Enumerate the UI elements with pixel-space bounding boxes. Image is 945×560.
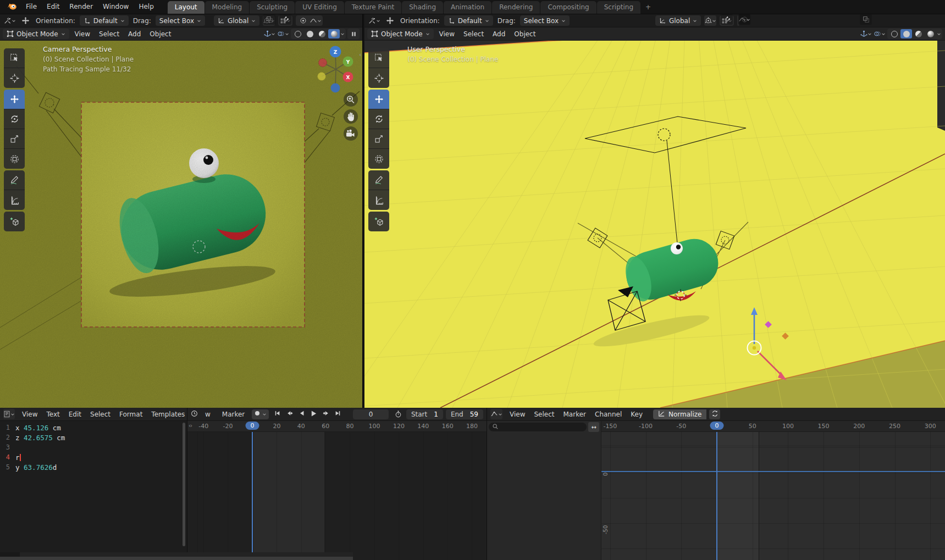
select-box-tool[interactable] bbox=[368, 48, 389, 68]
tab-shading[interactable]: Shading bbox=[402, 1, 443, 14]
current-frame-field[interactable]: 0 bbox=[353, 409, 388, 419]
menu-select[interactable]: Select bbox=[86, 411, 115, 418]
tab-scripting[interactable]: Scripting bbox=[597, 1, 640, 14]
select-box-tool[interactable] bbox=[4, 48, 25, 68]
tab-compositing[interactable]: Compositing bbox=[540, 1, 596, 14]
xray-toggle[interactable] bbox=[860, 14, 872, 25]
menu-help[interactable]: Help bbox=[134, 0, 158, 14]
falloff-dropdown[interactable] bbox=[738, 14, 750, 25]
scale-tool[interactable] bbox=[4, 129, 25, 149]
code-line[interactable]: 2z 42.6575 cm bbox=[0, 433, 187, 442]
collapse-arrow-icon[interactable]: ‹ bbox=[359, 51, 361, 58]
menu-add[interactable]: Add bbox=[124, 30, 145, 38]
shading-rendered-button[interactable] bbox=[328, 29, 340, 38]
rotate-tool[interactable] bbox=[368, 109, 389, 129]
active-tool-icon[interactable] bbox=[368, 15, 380, 26]
code-line[interactable]: 3 bbox=[0, 442, 187, 452]
editor-type-dropdown[interactable] bbox=[490, 409, 502, 419]
menu-view[interactable]: View bbox=[18, 411, 42, 418]
menu-window[interactable]: Window bbox=[98, 0, 134, 14]
next-keyframe-button[interactable] bbox=[320, 409, 331, 419]
shading-solid-button[interactable] bbox=[900, 29, 912, 38]
tab-texture-paint[interactable]: Texture Paint bbox=[345, 1, 401, 14]
menu-view[interactable]: View bbox=[70, 30, 95, 38]
tab-animation[interactable]: Animation bbox=[444, 1, 491, 14]
add-cube-tool[interactable] bbox=[4, 212, 25, 231]
tab-layout[interactable]: Layout bbox=[168, 1, 205, 14]
editor-type-dropdown[interactable] bbox=[3, 409, 15, 419]
overlays-dropdown[interactable] bbox=[874, 29, 886, 39]
shading-wireframe-button[interactable] bbox=[292, 29, 303, 38]
graph-playhead[interactable] bbox=[716, 432, 717, 560]
code-line[interactable]: 1x 45.126 cm bbox=[0, 423, 187, 433]
camera-viewport-canvas[interactable]: Z Y X ‹ Camera bbox=[0, 41, 362, 408]
tab-sculpting[interactable]: Sculpting bbox=[250, 1, 295, 14]
scale-tool[interactable] bbox=[368, 129, 389, 149]
menu-channel[interactable]: Channel bbox=[590, 411, 626, 418]
menu-add[interactable]: Add bbox=[488, 30, 510, 38]
timeline-ruler[interactable]: -40-20020406080100120140160180 bbox=[187, 421, 487, 432]
shading-solid-button[interactable] bbox=[304, 29, 316, 38]
menu-edit[interactable]: Edit bbox=[64, 411, 86, 418]
add-cube-tool[interactable] bbox=[368, 212, 389, 231]
menu-select[interactable]: Select bbox=[95, 30, 124, 38]
tab-uv-editing[interactable]: UV Editing bbox=[295, 1, 344, 14]
menu-view[interactable]: View bbox=[435, 30, 459, 38]
gizmo-y-axis[interactable]: Y bbox=[346, 59, 350, 65]
jump-to-start-button[interactable] bbox=[272, 409, 283, 419]
measure-tool[interactable] bbox=[368, 190, 389, 210]
snap-toggle[interactable] bbox=[279, 14, 291, 25]
gizmo-z-axis[interactable]: Z bbox=[334, 49, 338, 55]
end-frame-field[interactable]: End59 bbox=[446, 409, 483, 419]
move-tool[interactable] bbox=[4, 90, 25, 109]
timeline-playhead[interactable] bbox=[252, 432, 253, 560]
current-frame-indicator[interactable]: 0 bbox=[246, 422, 259, 430]
current-frame-indicator[interactable]: 0 bbox=[710, 422, 724, 430]
rotate-tool[interactable] bbox=[4, 109, 25, 129]
graph-curve-area[interactable]: 0 -50 bbox=[601, 432, 945, 560]
active-tool-icon[interactable] bbox=[4, 15, 16, 26]
menu-select[interactable]: Select bbox=[459, 30, 488, 38]
overlays-dropdown[interactable] bbox=[277, 29, 289, 39]
tab-rendering[interactable]: Rendering bbox=[492, 1, 540, 14]
move-tool[interactable] bbox=[368, 90, 389, 109]
jump-to-end-button[interactable] bbox=[332, 409, 344, 419]
transform-tool[interactable] bbox=[4, 149, 25, 169]
menu-object[interactable]: Object bbox=[510, 30, 540, 38]
menu-view[interactable]: View bbox=[505, 411, 529, 418]
start-frame-field[interactable]: Start1 bbox=[406, 409, 443, 419]
proportional-editing-toggle[interactable] bbox=[297, 15, 309, 26]
add-workspace-button[interactable]: + bbox=[641, 1, 655, 14]
pause-render-button[interactable] bbox=[347, 29, 360, 39]
mode-dropdown[interactable]: Object Mode bbox=[367, 29, 434, 39]
annotate-tool[interactable] bbox=[4, 170, 25, 190]
menu-edit[interactable]: Edit bbox=[42, 0, 64, 14]
code-line[interactable]: 5y 63.7626d bbox=[0, 462, 187, 472]
gizmo-x-axis[interactable]: X bbox=[346, 75, 350, 80]
gizmos-dropdown[interactable] bbox=[263, 29, 275, 39]
menu-marker[interactable]: Marker bbox=[218, 411, 249, 418]
menu-select[interactable]: Select bbox=[529, 411, 559, 418]
drag-dropdown[interactable]: Select Box bbox=[520, 15, 570, 26]
menu-key[interactable]: Key bbox=[626, 411, 647, 418]
text-editor-scrollbar[interactable] bbox=[183, 423, 185, 546]
shading-wireframe-button[interactable] bbox=[888, 29, 900, 38]
drag-dropdown[interactable]: Select Box bbox=[156, 15, 205, 26]
menu-view-clipped[interactable]: w bbox=[201, 411, 215, 418]
menu-text[interactable]: Text bbox=[42, 411, 64, 418]
normalize-auto-refresh-button[interactable] bbox=[709, 409, 720, 419]
menu-templates[interactable]: Templates bbox=[147, 411, 187, 418]
cursor-tool[interactable] bbox=[4, 68, 25, 88]
shading-rendered-button[interactable] bbox=[925, 29, 936, 38]
normalize-button[interactable]: Normalize bbox=[653, 409, 706, 419]
gizmos-dropdown[interactable] bbox=[860, 29, 872, 39]
timeline-track-area[interactable] bbox=[187, 432, 487, 560]
graph-ruler[interactable]: -150-100-50050100150200250300 bbox=[601, 421, 945, 432]
prev-keyframe-button[interactable] bbox=[284, 409, 295, 419]
menu-format[interactable]: Format bbox=[115, 411, 147, 418]
zoom-button[interactable] bbox=[344, 92, 358, 107]
transform-orientation-dropdown[interactable]: Global bbox=[655, 15, 701, 26]
menu-marker[interactable]: Marker bbox=[559, 411, 590, 418]
menu-object[interactable]: Object bbox=[145, 30, 175, 38]
shading-material-button[interactable] bbox=[316, 29, 328, 38]
